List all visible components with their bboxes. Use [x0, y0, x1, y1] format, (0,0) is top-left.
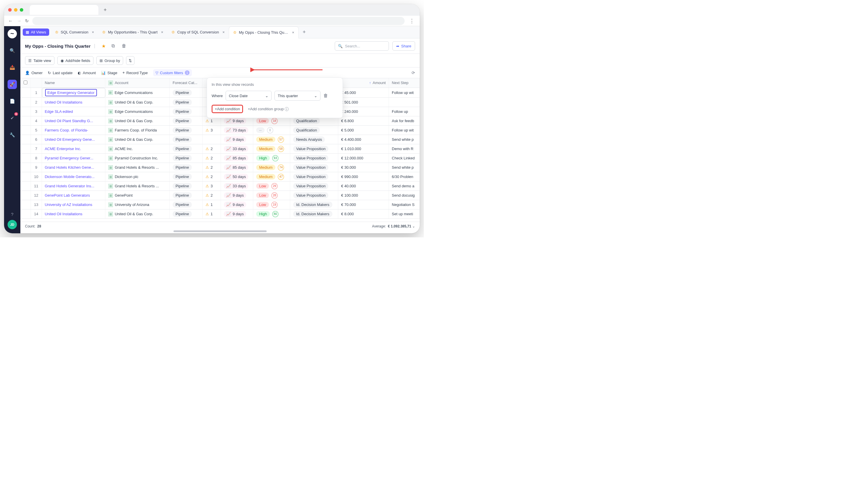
opportunity-name[interactable]: Edge SLA edited [41, 107, 105, 116]
account-cell[interactable]: ▥University of Arizona [105, 200, 170, 209]
opportunity-name[interactable]: GenePoint Lab Generators [41, 191, 105, 200]
account-cell[interactable]: ▥Grand Hotels & Resorts ... [105, 181, 170, 191]
add-tab-button[interactable]: + [299, 29, 310, 35]
tab-sql-conversion[interactable]: ♔ SQL Conversion × [51, 26, 99, 38]
opportunity-name[interactable]: Pyramid Emergency Gener... [41, 153, 105, 163]
account-cell[interactable]: ▥United Oil & Gas Corp. [105, 209, 170, 219]
close-icon[interactable]: × [222, 30, 225, 34]
table-row[interactable]: 8Pyramid Emergency Gener...▥Pyramid Cons… [20, 153, 420, 163]
rocket-icon[interactable]: 🚀 [7, 80, 17, 89]
col-amount[interactable]: ↑Amount [338, 78, 389, 88]
record-type-filter[interactable]: ⌖Record Type [122, 70, 147, 75]
browser-tab[interactable] [30, 5, 99, 15]
note-icon[interactable]: 📄 [7, 96, 17, 106]
close-icon[interactable]: × [92, 30, 94, 34]
reload-icon[interactable]: ↻ [25, 18, 29, 24]
close-icon[interactable]: × [161, 30, 163, 34]
opportunity-name[interactable]: Grand Hotels Kitchen Gene... [41, 163, 105, 172]
table-row[interactable]: 13University of AZ Installations▥Univers… [20, 200, 420, 209]
opportunity-name[interactable]: Farmers Coop. of Florida- [41, 126, 105, 135]
wrench-icon[interactable]: 🔧 [7, 130, 17, 140]
filter-value-select[interactable]: This quarter⌄ [275, 91, 320, 100]
star-icon[interactable]: ★ [102, 44, 106, 49]
delete-icon[interactable]: 🗑 [120, 42, 128, 50]
minimize-window-icon[interactable] [14, 8, 18, 12]
account-cell[interactable]: ▥United Oil & Gas Corp. [105, 135, 170, 144]
table-row[interactable]: 10Dickenson Mobile Generato...▥Dickenson… [20, 172, 420, 181]
custom-filters-button[interactable]: ▽ Custom filters 1 [153, 69, 192, 76]
table-row[interactable]: 7ACME Enterprise Inc.▥ACME Inc.Pipeline⚠… [20, 144, 420, 153]
forward-icon[interactable]: → [17, 18, 22, 24]
refresh-icon[interactable]: ⟳ [412, 70, 415, 75]
share-button[interactable]: ➦ Share [392, 41, 415, 51]
opportunity-name[interactable]: Dickenson Mobile Generato... [41, 172, 105, 181]
new-tab-icon[interactable]: + [101, 7, 110, 13]
table-row[interactable]: 9Grand Hotels Kitchen Gene...▥Grand Hote… [20, 163, 420, 172]
app-logo-icon[interactable] [7, 29, 17, 38]
back-icon[interactable]: ← [8, 18, 13, 24]
table-row[interactable]: 6United Oil Emergency Gene...▥United Oil… [20, 135, 420, 144]
maximize-window-icon[interactable] [20, 8, 23, 12]
account-cell[interactable]: ▥United Oil & Gas Corp. [105, 98, 170, 107]
owner-filter[interactable]: 👤Owner [25, 71, 43, 75]
browser-menu-icon[interactable]: ⋮ [408, 18, 416, 24]
opportunity-name[interactable]: Edge Emergency Generator [42, 88, 105, 98]
opportunity-name[interactable]: United Oil Installations [41, 98, 105, 107]
opportunity-name[interactable]: United Oil Installations [41, 209, 105, 219]
search-icon[interactable]: 🔍 [7, 46, 17, 55]
account-cell[interactable]: ▥Farmers Coop. of Florida [105, 126, 170, 135]
account-cell[interactable]: ▥GenePoint [105, 191, 170, 200]
opportunity-name[interactable]: United Oil Emergency Gene... [41, 135, 105, 144]
tab-label: My Opps - Closing This Quart [239, 30, 288, 35]
table-row[interactable]: 11Grand Hotels Generator Ins...▥Grand Ho… [20, 181, 420, 191]
col-name[interactable]: Name [41, 78, 105, 88]
account-cell[interactable]: ▥Grand Hotels & Resorts ... [105, 163, 170, 172]
inbox-icon[interactable]: 📥 [7, 63, 17, 72]
opportunity-name[interactable]: Grand Hotels Generator Ins... [41, 181, 105, 191]
account-cell[interactable]: ▥ACME Inc. [105, 144, 170, 153]
filter-field-select[interactable]: Close Date⌄ [226, 91, 272, 100]
momentum-cell: 📈33 days [221, 181, 253, 191]
table-row[interactable]: 5Farmers Coop. of Florida-▥Farmers Coop.… [20, 126, 420, 135]
momentum-cell: 📈73 days [221, 126, 253, 135]
col-account[interactable]: ▥Account [105, 78, 170, 88]
building-icon: ▥ [108, 147, 113, 151]
amount-filter[interactable]: ◐Amount [78, 71, 96, 75]
opportunity-name[interactable]: United Oil Plant Standby G... [41, 116, 105, 126]
select-all-checkbox[interactable] [20, 78, 31, 88]
delete-filter-icon[interactable]: 🗑 [324, 93, 328, 98]
close-window-icon[interactable] [8, 8, 12, 12]
tab-copy-sql[interactable]: ♔ Copy of SQL Conversion × [167, 26, 229, 38]
horizontal-scrollbar[interactable] [20, 230, 420, 233]
account-cell[interactable]: ▥Dickenson plc [105, 172, 170, 181]
account-cell[interactable]: ▥Pyramid Construction Inc. [105, 153, 170, 163]
address-bar[interactable] [32, 17, 404, 25]
col-next-step[interactable]: Next Step [389, 78, 420, 88]
add-condition-group-button[interactable]: +Add condition group i [248, 107, 289, 111]
search-input[interactable]: 🔍 Search... [335, 41, 389, 51]
account-cell[interactable]: ▥Edge Communications [105, 107, 170, 116]
add-condition-button[interactable]: +Add condition [212, 105, 243, 113]
help-icon[interactable]: ? [7, 209, 17, 219]
opportunity-name[interactable]: University of AZ Installations [41, 200, 105, 209]
account-cell[interactable]: ▥Edge Communications [105, 88, 170, 98]
sort-button[interactable]: ⇅ [126, 56, 135, 65]
table-row[interactable]: 12GenePoint Lab Generators▥GenePointPipe… [20, 191, 420, 200]
check-icon[interactable]: ✔6 [7, 113, 17, 123]
last-update-filter[interactable]: ↻Last update [48, 71, 73, 75]
stage-filter[interactable]: 📊Stage [101, 71, 117, 75]
table-view-button[interactable]: ☰Table view [25, 56, 54, 65]
warning-icon: ⚠ [205, 165, 209, 170]
tab-my-opps-closing[interactable]: ♔ My Opps - Closing This Quart × [229, 26, 299, 38]
close-icon[interactable]: × [292, 30, 294, 35]
add-hide-fields-button[interactable]: ◉Add/hide fields [57, 56, 93, 65]
tab-my-opps-quarter[interactable]: ♔ My Opportunities - This Quart × [98, 26, 167, 38]
account-cell[interactable]: ▥United Oil & Gas Corp. [105, 116, 170, 126]
copy-icon[interactable]: ⧉ [109, 42, 117, 50]
table-row[interactable]: 14United Oil Installations▥United Oil & … [20, 209, 420, 219]
col-forecast[interactable]: Forecast Cat... [169, 78, 202, 88]
all-views-button[interactable]: ▦ All Views [23, 29, 49, 36]
group-by-button[interactable]: ⊞Group by [96, 56, 123, 65]
opportunity-name[interactable]: ACME Enterprise Inc. [41, 144, 105, 153]
avatar[interactable]: JD [7, 220, 17, 229]
